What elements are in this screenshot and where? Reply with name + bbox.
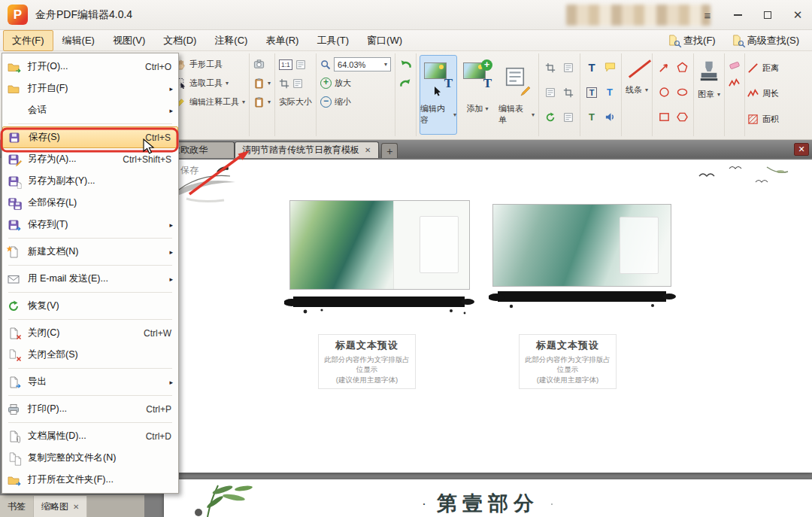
find-button[interactable]: 查找(F) <box>660 32 723 49</box>
zoom-out-button[interactable]: − 缩小 <box>319 93 392 111</box>
file-menu-item-close[interactable]: 关闭(C) Ctrl+W <box>2 322 178 344</box>
replace-page-icon[interactable] <box>563 112 574 123</box>
file-menu-item-save-copy[interactable]: 另存为副本(Y)... <box>2 170 178 192</box>
menu-document[interactable]: 文档(D) <box>154 30 205 51</box>
menu-window[interactable]: 窗口(W) <box>358 30 411 51</box>
menu-edit[interactable]: 编辑(E) <box>53 30 104 51</box>
file-menu-item-save-as[interactable]: 另存为(A)... Ctrl+Shift+S <box>2 148 178 170</box>
file-menu-item-email[interactable]: 用 E-mail 发送(E)... ▸ <box>2 268 178 290</box>
text-style-tool-icon[interactable]: T <box>589 111 595 123</box>
close-document-button[interactable]: ✕ <box>794 143 809 156</box>
line-tool-icon[interactable] <box>627 59 647 79</box>
typewriter-tool-icon[interactable]: T <box>607 87 613 98</box>
paste-button[interactable]: ▾ <box>252 74 272 93</box>
pentagon-shape-icon[interactable] <box>677 62 688 73</box>
crop-page-icon[interactable] <box>545 62 556 73</box>
maximize-button[interactable] <box>758 6 777 24</box>
dropdown-arrow-icon[interactable]: ▾ <box>226 80 229 87</box>
redo-button[interactable] <box>398 74 414 93</box>
select-tool-button[interactable]: 选取工具 ▾ <box>174 74 247 93</box>
dropdown-arrow-icon[interactable]: ▾ <box>242 99 245 105</box>
add-icon: T + <box>462 59 492 103</box>
edit-buttons-group: T 编辑内容▾ T + 添加▾ 编辑表单▾ <box>417 53 539 136</box>
line-tool-button[interactable]: 线条 ▾ <box>624 81 650 99</box>
circle-shape-icon[interactable] <box>659 87 670 98</box>
rotate-page-icon[interactable] <box>545 112 556 123</box>
tab-close-icon[interactable]: ✕ <box>364 146 371 154</box>
dropdown-arrow-icon[interactable]: ▾ <box>268 80 271 87</box>
file-menu-item-close-all[interactable]: 关闭全部(S) <box>2 344 178 366</box>
close-button[interactable]: ✕ <box>788 6 807 24</box>
menu-tools[interactable]: 工具(T) <box>308 30 358 51</box>
magnifier-icon[interactable] <box>320 59 331 70</box>
minimize-button[interactable] <box>728 6 747 24</box>
hand-tool-button[interactable]: 手形工具 <box>174 55 247 74</box>
distance-button[interactable]: 距离 <box>747 55 779 81</box>
select-tool-label: 选取工具 <box>189 78 223 89</box>
dropdown-arrow-icon: ▾ <box>717 91 720 98</box>
dropdown-arrow-icon: ▾ <box>486 105 489 112</box>
extract-page-icon[interactable] <box>563 87 574 98</box>
insert-page-icon[interactable] <box>545 87 556 98</box>
text-tool-icon[interactable]: T <box>588 61 595 74</box>
fit-visible-icon[interactable] <box>292 78 303 89</box>
menu-view[interactable]: 视图(V) <box>104 30 154 51</box>
blurred-account-area <box>566 5 710 26</box>
document-tab-active[interactable]: 清明节踏青传统节日教育模板 ✕ <box>235 141 379 158</box>
bookmarks-tab[interactable]: 书签 <box>0 496 34 517</box>
stamp-button[interactable]: 图章 ▾ <box>696 85 722 104</box>
freehand-button[interactable] <box>727 74 742 93</box>
advanced-find-button[interactable]: 高级查找(S) <box>724 32 806 49</box>
hamburger-menu-icon[interactable]: ≡ <box>698 6 717 24</box>
file-menu-item-open[interactable]: 打开(O)... Ctrl+O <box>2 56 178 78</box>
actual-size-icon[interactable]: 1:1 <box>279 59 292 70</box>
polygon-shape-icon[interactable] <box>677 111 688 123</box>
file-menu-item-export[interactable]: 导出 ▸ <box>2 371 178 393</box>
file-menu-item-print[interactable]: 打印(P)... Ctrl+P <box>2 398 178 420</box>
dropdown-arrow-icon[interactable]: ▾ <box>268 99 271 105</box>
stamp-icon[interactable] <box>698 59 720 82</box>
arrow-shape-icon[interactable] <box>659 62 670 73</box>
rectangle-shape-icon[interactable] <box>659 111 670 123</box>
audio-tool-icon[interactable] <box>604 111 616 123</box>
menu-comment[interactable]: 注释(C) <box>205 30 256 51</box>
file-menu-item-save[interactable]: 保存(S) Ctrl+S <box>2 126 178 148</box>
undo-button[interactable] <box>398 55 414 74</box>
menu-file[interactable]: 文件(F) <box>3 30 53 51</box>
zoom-level-combo[interactable]: 64.03% ▾ <box>334 57 391 71</box>
title-bar: P 金舟PDF编辑器4.0.4 ≡ ✕ <box>0 0 812 30</box>
file-menu-item-session[interactable]: 会话 ▸ <box>2 99 178 121</box>
ellipse-shape-icon[interactable] <box>677 87 688 98</box>
file-menu-item-open-from[interactable]: 打开自(F) ▸ <box>2 78 178 99</box>
annotate-tool-button[interactable]: 编辑注释工具 ▾ <box>174 93 247 111</box>
file-menu-item-properties[interactable]: 文档属性(D)... Ctrl+D <box>2 425 178 447</box>
eraser-button[interactable] <box>727 55 742 74</box>
textbox-tool-icon[interactable]: T <box>586 87 598 98</box>
thumbnails-tab[interactable]: 缩略图 ✕ <box>34 496 87 517</box>
edit-form-button[interactable]: 编辑表单▾ <box>498 55 535 135</box>
file-menu-item-revert[interactable]: 恢复(V) <box>2 295 178 317</box>
app-logo-icon: P <box>8 5 28 25</box>
paste-special-button[interactable]: ▾ <box>252 93 272 111</box>
file-menu-item-save-all[interactable]: 全部保存(L) <box>2 192 178 214</box>
file-menu-item-open-folder[interactable]: 打开所在文件夹(F)... <box>2 469 178 491</box>
panel-close-icon[interactable]: ✕ <box>73 503 79 511</box>
edit-content-button[interactable]: T 编辑内容▾ <box>420 55 457 135</box>
file-menu-item-copy-filename[interactable]: 复制完整的文件名(N) <box>2 447 178 469</box>
fit-width-icon[interactable] <box>279 78 289 89</box>
area-button[interactable]: 面积 <box>747 106 779 132</box>
perimeter-button[interactable]: 周长 <box>747 81 779 106</box>
comment-bubble-icon[interactable] <box>604 62 616 73</box>
add-button[interactable]: T + 添加▾ <box>459 55 496 135</box>
combo-dropdown-icon[interactable]: ▾ <box>384 61 387 68</box>
zoom-in-button[interactable]: + 放大 <box>319 74 392 93</box>
file-menu-item-new-doc[interactable]: 新建文档(N) ▸ <box>2 241 178 263</box>
menu-form[interactable]: 表单(R) <box>256 30 308 51</box>
split-page-icon[interactable] <box>563 62 574 73</box>
fit-page-icon[interactable] <box>295 59 306 70</box>
actual-size-label[interactable]: 实际大小 <box>279 96 312 108</box>
snapshot-button[interactable] <box>252 55 272 74</box>
dropdown-arrow-icon: ▾ <box>453 111 456 118</box>
new-tab-button[interactable]: + <box>381 143 398 158</box>
file-menu-item-save-to[interactable]: 保存到(T) ▸ <box>2 214 178 236</box>
